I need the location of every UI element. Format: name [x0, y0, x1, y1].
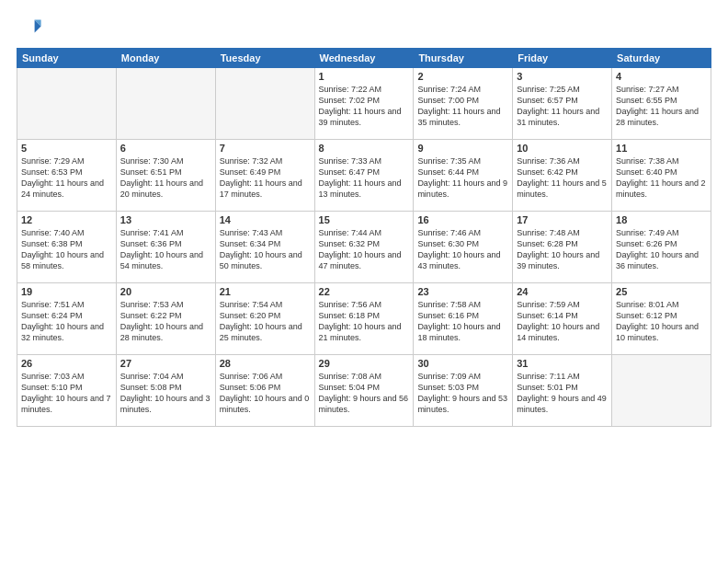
day-cell: 10Sunrise: 7:36 AM Sunset: 6:42 PM Dayli…: [513, 140, 612, 212]
week-row-1: 5Sunrise: 7:29 AM Sunset: 6:53 PM Daylig…: [17, 140, 711, 212]
day-number: 24: [517, 286, 608, 297]
day-number: 16: [417, 214, 508, 225]
day-cell: 26Sunrise: 7:03 AM Sunset: 5:10 PM Dayli…: [17, 355, 117, 427]
day-cell: 25Sunrise: 8:01 AM Sunset: 6:12 PM Dayli…: [612, 283, 711, 355]
day-number: 29: [319, 358, 410, 369]
day-number: 12: [21, 214, 112, 225]
day-cell: 22Sunrise: 7:56 AM Sunset: 6:18 PM Dayli…: [314, 283, 414, 355]
week-row-4: 26Sunrise: 7:03 AM Sunset: 5:10 PM Dayli…: [17, 355, 711, 427]
day-number: 15: [319, 214, 410, 225]
day-cell: [215, 68, 314, 140]
day-number: 19: [21, 286, 112, 297]
day-info: Sunrise: 7:06 AM Sunset: 5:06 PM Dayligh…: [220, 371, 311, 416]
weekday-header-tuesday: Tuesday: [215, 49, 314, 68]
weekday-header-saturday: Saturday: [612, 49, 711, 68]
day-number: 1: [319, 71, 410, 82]
day-number: 10: [517, 143, 608, 154]
day-number: 28: [220, 358, 311, 369]
day-number: 21: [220, 286, 311, 297]
day-info: Sunrise: 7:53 AM Sunset: 6:22 PM Dayligh…: [120, 299, 211, 344]
day-info: Sunrise: 7:33 AM Sunset: 6:47 PM Dayligh…: [319, 155, 410, 201]
day-number: 8: [319, 143, 410, 154]
day-cell: 24Sunrise: 7:59 AM Sunset: 6:14 PM Dayli…: [513, 283, 612, 355]
day-number: 3: [517, 71, 608, 82]
day-info: Sunrise: 7:32 AM Sunset: 6:49 PM Dayligh…: [220, 155, 311, 201]
day-cell: 12Sunrise: 7:40 AM Sunset: 6:38 PM Dayli…: [17, 212, 117, 283]
day-info: Sunrise: 7:08 AM Sunset: 5:04 PM Dayligh…: [319, 371, 410, 416]
day-info: Sunrise: 7:59 AM Sunset: 6:14 PM Dayligh…: [517, 299, 608, 344]
day-info: Sunrise: 7:48 AM Sunset: 6:28 PM Dayligh…: [517, 227, 608, 272]
day-info: Sunrise: 7:46 AM Sunset: 6:30 PM Dayligh…: [417, 227, 508, 272]
day-number: 25: [616, 286, 707, 297]
weekday-header-sunday: Sunday: [17, 49, 117, 68]
day-info: Sunrise: 7:38 AM Sunset: 6:40 PM Dayligh…: [616, 155, 707, 201]
day-cell: 30Sunrise: 7:09 AM Sunset: 5:03 PM Dayli…: [414, 355, 513, 427]
day-cell: 2Sunrise: 7:24 AM Sunset: 7:00 PM Daylig…: [414, 68, 513, 140]
day-number: 13: [120, 214, 211, 225]
day-number: 27: [120, 358, 211, 369]
day-info: Sunrise: 7:41 AM Sunset: 6:36 PM Dayligh…: [120, 227, 211, 272]
weekday-header-wednesday: Wednesday: [314, 49, 414, 68]
day-cell: 9Sunrise: 7:35 AM Sunset: 6:44 PM Daylig…: [414, 140, 513, 212]
day-number: 20: [120, 286, 211, 297]
day-cell: 8Sunrise: 7:33 AM Sunset: 6:47 PM Daylig…: [314, 140, 414, 212]
weekday-header-thursday: Thursday: [414, 49, 513, 68]
day-info: Sunrise: 7:51 AM Sunset: 6:24 PM Dayligh…: [21, 299, 112, 344]
day-info: Sunrise: 7:49 AM Sunset: 6:26 PM Dayligh…: [616, 227, 707, 272]
weekday-header-monday: Monday: [116, 49, 215, 68]
day-info: Sunrise: 7:58 AM Sunset: 6:16 PM Dayligh…: [417, 299, 508, 344]
day-info: Sunrise: 7:25 AM Sunset: 6:57 PM Dayligh…: [517, 84, 608, 129]
day-cell: 29Sunrise: 7:08 AM Sunset: 5:04 PM Dayli…: [314, 355, 414, 427]
day-info: Sunrise: 7:22 AM Sunset: 7:02 PM Dayligh…: [319, 84, 410, 129]
day-cell: 3Sunrise: 7:25 AM Sunset: 6:57 PM Daylig…: [513, 68, 612, 140]
weekday-header-friday: Friday: [513, 49, 612, 68]
day-cell: [17, 68, 117, 140]
day-cell: 18Sunrise: 7:49 AM Sunset: 6:26 PM Dayli…: [612, 212, 711, 283]
day-info: Sunrise: 7:36 AM Sunset: 6:42 PM Dayligh…: [517, 155, 608, 201]
day-info: Sunrise: 7:43 AM Sunset: 6:34 PM Dayligh…: [220, 227, 311, 272]
day-info: Sunrise: 7:04 AM Sunset: 5:08 PM Dayligh…: [120, 371, 211, 416]
weekday-header-row: SundayMondayTuesdayWednesdayThursdayFrid…: [17, 49, 711, 68]
day-number: 17: [517, 214, 608, 225]
day-info: Sunrise: 7:54 AM Sunset: 6:20 PM Dayligh…: [220, 299, 311, 344]
day-cell: 27Sunrise: 7:04 AM Sunset: 5:08 PM Dayli…: [116, 355, 215, 427]
day-info: Sunrise: 8:01 AM Sunset: 6:12 PM Dayligh…: [616, 299, 707, 344]
day-info: Sunrise: 7:44 AM Sunset: 6:32 PM Dayligh…: [319, 227, 410, 272]
day-cell: 6Sunrise: 7:30 AM Sunset: 6:51 PM Daylig…: [116, 140, 215, 212]
day-number: 23: [417, 286, 508, 297]
day-info: Sunrise: 7:03 AM Sunset: 5:10 PM Dayligh…: [21, 371, 112, 416]
day-cell: 11Sunrise: 7:38 AM Sunset: 6:40 PM Dayli…: [612, 140, 711, 212]
day-info: Sunrise: 7:11 AM Sunset: 5:01 PM Dayligh…: [517, 371, 608, 416]
day-number: 2: [417, 71, 508, 82]
day-cell: 17Sunrise: 7:48 AM Sunset: 6:28 PM Dayli…: [513, 212, 612, 283]
day-info: Sunrise: 7:40 AM Sunset: 6:38 PM Dayligh…: [21, 227, 112, 272]
day-info: Sunrise: 7:29 AM Sunset: 6:53 PM Dayligh…: [21, 155, 112, 201]
day-cell: 5Sunrise: 7:29 AM Sunset: 6:53 PM Daylig…: [17, 140, 117, 212]
day-cell: 7Sunrise: 7:32 AM Sunset: 6:49 PM Daylig…: [215, 140, 314, 212]
day-cell: 15Sunrise: 7:44 AM Sunset: 6:32 PM Dayli…: [314, 212, 414, 283]
day-number: 26: [21, 358, 112, 369]
day-number: 18: [616, 214, 707, 225]
day-number: 6: [120, 143, 211, 154]
day-cell: 13Sunrise: 7:41 AM Sunset: 6:36 PM Dayli…: [116, 212, 215, 283]
day-cell: [116, 68, 215, 140]
header: [17, 15, 711, 40]
day-info: Sunrise: 7:24 AM Sunset: 7:00 PM Dayligh…: [417, 84, 508, 129]
day-cell: [612, 355, 711, 427]
day-info: Sunrise: 7:35 AM Sunset: 6:44 PM Dayligh…: [417, 155, 508, 201]
day-info: Sunrise: 7:27 AM Sunset: 6:55 PM Dayligh…: [616, 84, 707, 129]
logo: [17, 15, 46, 40]
day-number: 22: [319, 286, 410, 297]
day-cell: 4Sunrise: 7:27 AM Sunset: 6:55 PM Daylig…: [612, 68, 711, 140]
day-number: 7: [220, 143, 311, 154]
day-info: Sunrise: 7:56 AM Sunset: 6:18 PM Dayligh…: [319, 299, 410, 344]
day-cell: 23Sunrise: 7:58 AM Sunset: 6:16 PM Dayli…: [414, 283, 513, 355]
day-info: Sunrise: 7:30 AM Sunset: 6:51 PM Dayligh…: [120, 155, 211, 201]
day-cell: 1Sunrise: 7:22 AM Sunset: 7:02 PM Daylig…: [314, 68, 414, 140]
week-row-0: 1Sunrise: 7:22 AM Sunset: 7:02 PM Daylig…: [17, 68, 711, 140]
day-cell: 31Sunrise: 7:11 AM Sunset: 5:01 PM Dayli…: [513, 355, 612, 427]
day-number: 14: [220, 214, 311, 225]
calendar: SundayMondayTuesdayWednesdayThursdayFrid…: [17, 48, 711, 427]
day-number: 31: [517, 358, 608, 369]
day-number: 30: [417, 358, 508, 369]
